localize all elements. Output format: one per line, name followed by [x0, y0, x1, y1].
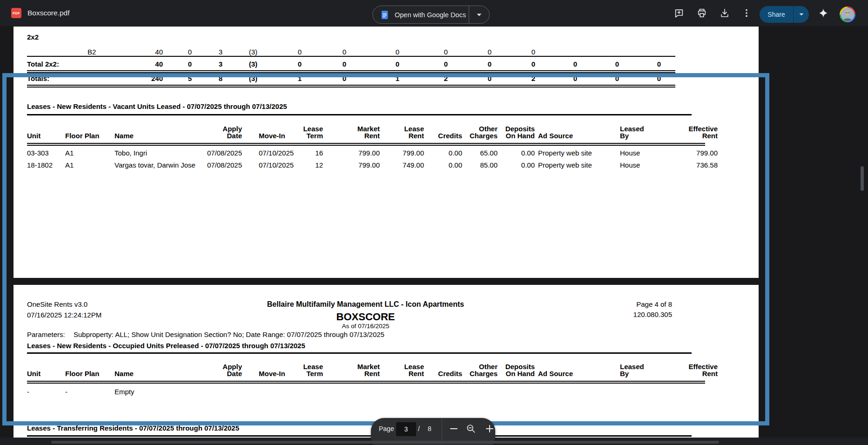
table-row-total: Total 2x2: 40 0 3 (3) 0 0 0 0 0 0 0 0 0: [27, 60, 661, 68]
zoom-in-button[interactable]: [481, 420, 498, 437]
zoom-magnifier-icon: [466, 424, 476, 433]
section-title: Leases - New Residents - Occupied Units …: [27, 342, 305, 350]
file-info: PDF Boxscore.pdf: [11, 0, 69, 26]
zoom-magnifier-button[interactable]: [463, 420, 479, 437]
page-indicator: Page 4 of 8: [585, 300, 672, 308]
table-double-rule: [27, 143, 705, 146]
property-code: 120.080.305: [585, 310, 672, 318]
table-row: 18-1802 A1 Vargas tovar, Darwin Jose 07/…: [27, 161, 705, 169]
download-icon: [720, 8, 730, 18]
more-options-button[interactable]: [741, 8, 752, 18]
share-button[interactable]: Share: [760, 6, 793, 23]
vertical-scrollbar[interactable]: [861, 166, 864, 191]
pdf-page-3: 2x2 B2 40 0 3 (3) 0 0 0 0 0 0 Total 2x2:…: [13, 27, 759, 278]
top-toolbar: PDF Boxscore.pdf Open with Google Docs: [0, 0, 868, 26]
gemini-button[interactable]: [818, 8, 828, 18]
open-with-label: Open with Google Docs: [395, 11, 466, 19]
avatar-photo: [841, 8, 854, 21]
page-label: Page: [379, 422, 394, 436]
table-double-rule: [27, 381, 705, 384]
zoom-out-button[interactable]: [445, 420, 462, 437]
file-title: Boxscore.pdf: [27, 9, 69, 17]
parameters-value: Subproperty: ALL; Show Unit Designation …: [74, 330, 384, 338]
section-rule: [27, 435, 692, 437]
sparkle-icon: [818, 8, 828, 18]
section-rule: [27, 114, 692, 115]
table-double-rule: [27, 70, 675, 73]
account-avatar[interactable]: [840, 7, 855, 22]
print-button[interactable]: [697, 8, 707, 18]
add-comment-icon: [674, 8, 684, 18]
open-with-google-docs-button[interactable]: Open with Google Docs: [372, 6, 490, 24]
pdf-page-4: OneSite Rents v3.0 07/16/2025 12:24:12PM…: [13, 285, 759, 438]
more-options-icon: [741, 8, 752, 18]
share-dropdown[interactable]: [794, 6, 809, 23]
table-row-grand-total: Totals: 240 5 8 (3) 1 0 1 2 0 2 0 0 0: [27, 74, 661, 82]
table-header-row: Unit Floor Plan Name Apply Date Move-In …: [27, 124, 705, 139]
section-title: Leases - New Residents - Vacant Units Le…: [27, 102, 287, 110]
open-with-main[interactable]: Open with Google Docs: [373, 6, 469, 23]
table-double-rule: [27, 85, 675, 88]
share-button-group: Share: [760, 6, 809, 23]
table-row: 03-303 A1 Tobo, Ingri 07/08/2025 07/10/2…: [27, 149, 705, 157]
share-label: Share: [767, 11, 785, 18]
table-row: B2 40 0 3 (3) 0 0 0 0 0 0: [27, 48, 661, 56]
table-rule: [27, 56, 675, 57]
open-with-dropdown[interactable]: [469, 6, 489, 23]
section-rule: [27, 352, 692, 354]
chevron-down-icon: [477, 13, 482, 16]
parameters-label: Parameters:: [27, 330, 65, 338]
unit-mix-group-label: 2x2: [27, 33, 39, 41]
as-of-date: As of 07/16/2025: [27, 323, 704, 330]
docs-icon: [381, 10, 389, 20]
page-separator: /: [418, 422, 420, 436]
table-row-empty: - - Empty: [27, 388, 705, 396]
page-total: 8: [428, 422, 431, 436]
add-comment-button[interactable]: [674, 8, 684, 18]
horizontal-scrollbar[interactable]: [51, 441, 719, 444]
section-title: Leases - Transferring Residents - 07/07/…: [27, 424, 239, 432]
download-button[interactable]: [720, 8, 730, 18]
print-icon: [697, 8, 707, 18]
zoom-out-icon: [450, 425, 458, 433]
share-caret-icon: [799, 13, 804, 16]
pdf-file-icon: PDF: [11, 8, 21, 18]
page-number-input[interactable]: [396, 422, 416, 436]
table-header-row: Unit Floor Plan Name Apply Date Move-In …: [27, 362, 705, 377]
zoom-in-icon: [485, 425, 494, 433]
